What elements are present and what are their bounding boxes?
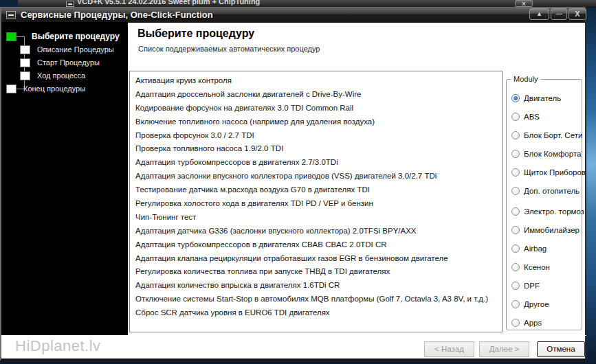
background-close-button[interactable]: X <box>515 0 533 7</box>
radio-icon <box>511 207 520 216</box>
module-radio-aux-heater[interactable]: Доп. отопитель <box>511 186 580 196</box>
module-radio-apps[interactable]: Apps <box>511 318 542 328</box>
minimize-button[interactable]: — <box>551 8 567 20</box>
radio-label: Двигатель <box>524 94 561 102</box>
radio-label: ABS <box>524 113 540 121</box>
radio-icon <box>511 300 520 308</box>
radio-label: Apps <box>524 319 542 327</box>
minimize-icon: — <box>556 10 562 17</box>
procedure-item[interactable]: Кодирование форсунок на двигателях 3.0 T… <box>135 102 502 115</box>
procedure-item[interactable]: Адаптация дроссельной заслонки двигателе… <box>135 88 502 102</box>
procedure-item[interactable]: Чип-Тюнинг тест <box>135 211 502 225</box>
radio-label: Щиток Приборов <box>524 168 586 177</box>
module-radio-dpf[interactable]: DPF <box>511 281 540 291</box>
footer-divider <box>1 335 586 336</box>
back-button[interactable]: < Назад <box>424 341 474 357</box>
radio-icon <box>511 113 520 121</box>
page-title: Выберите процедуру <box>137 27 254 40</box>
close-button[interactable]: X <box>569 8 586 20</box>
radio-icon <box>511 150 520 158</box>
step-marker-icon <box>6 32 16 41</box>
procedure-item[interactable]: Адаптация клапана рециркуляции отработав… <box>135 252 502 266</box>
cancel-button[interactable]: Отмена <box>537 341 585 357</box>
wizard-step-start: Старт Процедуры <box>1 56 100 69</box>
radio-label: Airbag <box>524 244 547 253</box>
procedure-item[interactable]: Включение топливного насоса (например дл… <box>135 115 502 129</box>
module-radio-xenon[interactable]: Ксенон <box>511 262 550 272</box>
module-radio-abs[interactable]: ABS <box>511 112 540 122</box>
procedure-item[interactable]: Проверка форсунок 3.0 / 2.7 TDI <box>135 129 502 143</box>
close-icon: X <box>575 10 580 18</box>
step-label: Конец процедуры <box>23 84 85 93</box>
dialog-titlebar[interactable]: Сервисные Процедуры, One-Click-Function … <box>1 7 585 23</box>
watermark-text: HiDplanet.lv <box>15 337 101 355</box>
step-label: Старт Процедуры <box>37 58 100 67</box>
module-radio-engine[interactable]: Двигатель <box>511 93 561 103</box>
step-label: Выберите процедуру <box>32 32 120 41</box>
radio-icon <box>511 282 520 290</box>
procedure-item[interactable]: Проверка топливного насоса 1.9/2.0 TDI <box>135 142 502 156</box>
module-radio-comfort[interactable]: Блок Комфорта <box>511 149 581 159</box>
modules-groupbox: Moduly Двигатель ABS Блок Борт. Сети Бло… <box>506 79 582 330</box>
close-icon: X <box>522 1 525 7</box>
wizard-step-finish: Конец процедуры <box>1 82 85 95</box>
background-window-icon <box>66 1 74 7</box>
step-marker-icon <box>6 84 16 93</box>
procedure-item[interactable]: Тестирование датчика м.расхода воздуха G… <box>135 183 502 197</box>
procedure-item[interactable]: Сброс SCR датчика уровня в EURO6 TDI дви… <box>135 306 502 320</box>
page-subtitle: Список поддерживаемых автоматических про… <box>138 45 320 53</box>
module-radio-immobilizer[interactable]: Иммобилайзер <box>511 225 580 235</box>
module-radio-instrument-cluster[interactable]: Щиток Приборов <box>511 168 586 177</box>
radio-icon <box>511 244 520 253</box>
step-marker-icon <box>20 71 30 80</box>
radio-icon <box>511 168 520 177</box>
procedure-item[interactable]: Адаптация турбокомпрессоров в двигателях… <box>135 238 502 252</box>
maximize-icon: ▲ <box>536 10 542 17</box>
module-radio-electro-brake[interactable]: Электро. тормоз <box>511 207 584 216</box>
modules-group-label: Moduly <box>511 75 540 83</box>
module-radio-onboard-net[interactable]: Блок Борт. Сети <box>511 130 582 140</box>
step-marker-icon <box>20 58 30 67</box>
radio-icon <box>511 263 520 271</box>
radio-icon <box>511 226 520 234</box>
procedure-item[interactable]: Адаптация датчика G336 (заслонки впускно… <box>135 225 502 238</box>
radio-label: Иммобилайзер <box>524 226 580 234</box>
radio-label: Доп. отопитель <box>524 187 580 195</box>
dialog-title: Сервисные Процедуры, One-Click-Function <box>21 10 213 20</box>
wizard-steps-sidebar: Выберите процедуру Описание Процедуры Ст… <box>1 23 128 335</box>
next-button[interactable]: Далее > <box>479 341 529 357</box>
radio-label: Ксенон <box>524 263 550 271</box>
step-label: Описание Процедуры <box>37 45 114 54</box>
maximize-button[interactable]: ▲ <box>529 8 549 20</box>
header-divider <box>129 65 584 66</box>
system-menu-icon[interactable] <box>6 11 16 19</box>
procedure-item[interactable]: Адаптация количество впрыска в двигателя… <box>135 279 502 293</box>
wizard-step-select-procedure: Выберите процедуру <box>1 30 120 43</box>
radio-label: Блок Комфорта <box>524 150 581 158</box>
radio-label: Другое <box>524 300 549 308</box>
procedure-item[interactable]: Активация круиз контроля <box>135 74 502 88</box>
procedure-item[interactable]: Адаптация турбокомпрессоров в двигателях… <box>135 156 502 170</box>
radio-label: Блок Борт. Сети <box>524 131 582 139</box>
module-radio-other[interactable]: Другое <box>511 299 549 309</box>
desktop-background: VCD+K v5.5.1 24.02.2016 Sweet plum + Chi… <box>0 0 596 364</box>
background-window-title: VCD+K v5.5.1 24.02.2016 Sweet plum + Chi… <box>77 0 260 5</box>
radio-icon <box>511 319 520 327</box>
radio-label: DPF <box>524 282 540 290</box>
step-marker-icon <box>20 45 30 54</box>
procedure-item[interactable]: Регулировка холостого хода в двигателях … <box>135 197 502 211</box>
procedure-item[interactable]: Адаптация заслонки впускного коллектора … <box>135 170 502 183</box>
procedure-item[interactable]: Отключение системы Start-Stop в автомоби… <box>135 293 502 306</box>
service-procedures-dialog: Сервисные Процедуры, One-Click-Function … <box>0 7 586 361</box>
radio-icon <box>511 94 520 102</box>
wizard-step-progress: Ход процесса <box>1 69 85 82</box>
radio-icon <box>511 187 520 195</box>
procedure-item[interactable]: Регулировка количества топлива при запус… <box>135 265 502 279</box>
radio-icon <box>511 131 520 139</box>
radio-label: Электро. тормоз <box>524 207 584 216</box>
module-radio-airbag[interactable]: Airbag <box>511 244 547 253</box>
step-label: Ход процесса <box>37 71 85 80</box>
procedures-listbox[interactable]: Активация круиз контроля Адаптация дросс… <box>129 71 503 332</box>
wizard-step-description: Описание Процедуры <box>1 43 114 56</box>
